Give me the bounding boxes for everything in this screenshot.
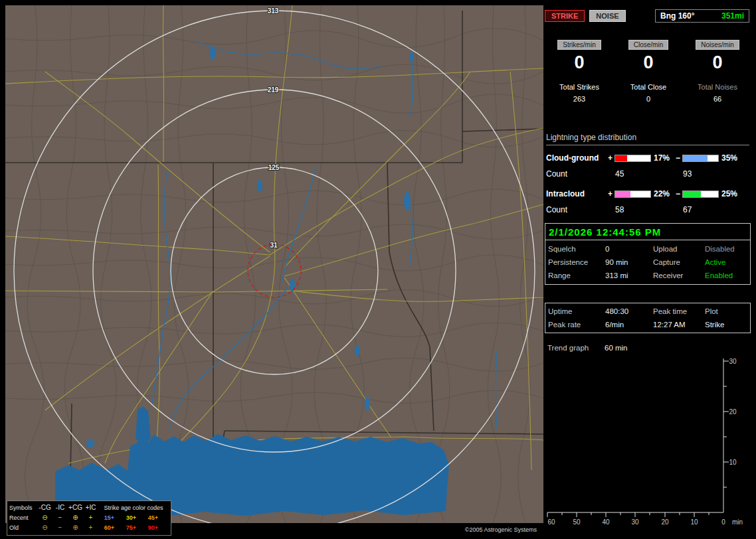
datetime-display: 2/1/2026 12:44:56 PM bbox=[545, 224, 750, 240]
uptime-label: Uptime bbox=[548, 307, 605, 315]
pos-cg-symbol: ⊕ bbox=[68, 514, 83, 521]
strikes-per-min-column: Strikes/min 0 Total Strikes 263 bbox=[545, 40, 614, 103]
squelch-label: Squelch bbox=[548, 245, 605, 253]
plot-value: Strike bbox=[705, 321, 747, 329]
rate-counters: Strikes/min 0 Total Strikes 263 Close/mi… bbox=[545, 40, 752, 103]
ic-positive-pct: 22% bbox=[651, 189, 674, 198]
total-strikes-value: 263 bbox=[573, 95, 585, 103]
age-code: 90+ bbox=[142, 524, 164, 531]
strike-toggle-button[interactable]: STRIKE bbox=[545, 10, 585, 22]
noises-per-min-value: 0 bbox=[712, 54, 722, 72]
ic-negative-fill bbox=[683, 191, 701, 197]
legend-row-recent: Recent ⊖ − ⊕ + 15+ 30+ 45+ bbox=[9, 512, 169, 522]
symbol-col-label: +IC bbox=[83, 504, 98, 511]
cg-negative-bar bbox=[682, 155, 719, 162]
symbol-col-label: -IC bbox=[52, 504, 68, 511]
cg-negative-fill bbox=[683, 155, 708, 161]
cg-positive-count: 45 bbox=[615, 169, 683, 179]
ic-positive-fill bbox=[615, 191, 630, 197]
peak-time-value: 12:27 AM bbox=[653, 321, 705, 329]
peak-rate-label: Peak rate bbox=[548, 321, 605, 329]
capture-label: Capture bbox=[653, 258, 705, 266]
neg-ic-symbol: − bbox=[52, 524, 68, 531]
neg-ic-symbol: − bbox=[52, 514, 68, 521]
chart-axes bbox=[547, 358, 723, 512]
ic-negative-pct: 25% bbox=[719, 189, 741, 198]
legend-row-label: Recent bbox=[9, 514, 37, 521]
noises-per-min-chip[interactable]: Noises/min bbox=[696, 40, 739, 50]
cg-negative-pct: 35% bbox=[719, 153, 741, 163]
settings-grid: Squelch 0 Upload Disabled Persistence 90… bbox=[545, 240, 750, 284]
ic-negative-bar bbox=[682, 191, 719, 198]
age-code: 75+ bbox=[120, 524, 142, 531]
neg-cg-symbol: ⊖ bbox=[37, 524, 52, 531]
x-tick-20: 20 bbox=[661, 518, 669, 526]
strikes-per-min-chip[interactable]: Strikes/min bbox=[557, 40, 601, 50]
close-per-min-column: Close/min 0 Total Close 0 bbox=[614, 40, 683, 103]
noises-per-min-column: Noises/min 0 Total Noises 66 bbox=[683, 40, 752, 103]
legend-row-label: Old bbox=[9, 524, 37, 531]
count-label: Count bbox=[546, 169, 615, 179]
total-noises-label: Total Noises bbox=[698, 83, 737, 91]
mode-toolbar: STRIKE NOISE Bng 160° 351mi bbox=[545, 9, 749, 23]
pos-ic-symbol: + bbox=[83, 514, 98, 521]
age-code: 30+ bbox=[120, 514, 142, 521]
persistence-value: 90 min bbox=[605, 258, 653, 266]
chart-tick-labels: 30 20 10 60 50 40 30 20 10 0 min bbox=[547, 358, 743, 526]
cloud-ground-label: Cloud-ground bbox=[546, 153, 606, 163]
close-per-min-chip[interactable]: Close/min bbox=[628, 40, 668, 50]
squelch-value: 0 bbox=[605, 245, 653, 253]
pos-ic-symbol: + bbox=[83, 524, 98, 531]
cloud-ground-row: Cloud-ground + 17% − 35% bbox=[546, 151, 749, 165]
trend-window-value: 60 min bbox=[605, 344, 748, 352]
upload-label: Upload bbox=[653, 245, 705, 253]
cg-negative-count: 93 bbox=[683, 169, 692, 179]
total-close-value: 0 bbox=[646, 95, 650, 103]
range-label: Range bbox=[548, 271, 605, 279]
cg-positive-bar bbox=[614, 155, 651, 162]
x-tick-30: 30 bbox=[631, 518, 639, 526]
trend-graph-chart: 30 20 10 60 50 40 30 20 10 0 min bbox=[546, 353, 745, 534]
uptime-status-box: Uptime 480:30 Peak time Plot Peak rate 6… bbox=[545, 303, 751, 333]
neg-cg-symbol: ⊖ bbox=[37, 514, 52, 521]
age-code: 15+ bbox=[98, 514, 120, 521]
noise-toggle-button[interactable]: NOISE bbox=[589, 10, 625, 22]
trend-graph-row: Trend graph 60 min bbox=[545, 344, 751, 352]
system-settings-box: 2/1/2026 12:44:56 PM Squelch 0 Upload Di… bbox=[545, 223, 751, 285]
x-tick-50: 50 bbox=[573, 518, 581, 526]
plus-sign: + bbox=[606, 153, 614, 163]
cloud-ground-count-row: Count 45 93 bbox=[546, 167, 749, 181]
age-codes-header: Strike age color codes bbox=[98, 504, 169, 511]
symbols-header: Symbols bbox=[9, 504, 37, 511]
strike-legend: Symbols -CG -IC +CG +IC Strike age color… bbox=[7, 501, 171, 536]
y-tick-20: 20 bbox=[729, 408, 737, 416]
cg-positive-pct: 17% bbox=[651, 153, 674, 163]
map-canvas[interactable]: 313 219 125 31 bbox=[5, 5, 543, 523]
pos-cg-symbol: ⊕ bbox=[68, 524, 83, 531]
cg-positive-fill bbox=[615, 155, 627, 161]
y-tick-10: 10 bbox=[729, 459, 737, 466]
capture-status: Active bbox=[705, 258, 747, 266]
lightning-distribution: Lightning type distribution Cloud-ground… bbox=[546, 133, 749, 217]
intracloud-label: Intracloud bbox=[546, 189, 606, 198]
plot-label: Plot bbox=[705, 307, 747, 315]
strikes-per-min-value: 0 bbox=[574, 54, 584, 72]
peak-rate-value: 6/min bbox=[605, 321, 653, 329]
trend-graph-label: Trend graph bbox=[547, 344, 605, 352]
chart-ticks bbox=[547, 361, 729, 517]
count-label: Count bbox=[546, 205, 615, 214]
x-tick-60: 60 bbox=[547, 518, 555, 526]
ring-label-31: 31 bbox=[270, 242, 278, 249]
intracloud-row: Intracloud + 22% − 25% bbox=[546, 187, 749, 201]
bearing-readout: Bng 160° 351mi bbox=[655, 9, 749, 23]
copyright-text: ©2005 Astrogenic Systems bbox=[450, 526, 537, 533]
total-strikes-label: Total Strikes bbox=[559, 83, 599, 91]
uptime-value: 480:30 bbox=[605, 307, 653, 315]
x-tick-40: 40 bbox=[602, 518, 610, 526]
legend-row-old: Old ⊖ − ⊕ + 60+ 75+ 90+ bbox=[9, 522, 169, 532]
total-noises-value: 66 bbox=[713, 95, 721, 103]
distribution-title: Lightning type distribution bbox=[546, 133, 749, 145]
bearing-distance: 351mi bbox=[721, 11, 744, 21]
receiver-label: Receiver bbox=[653, 271, 705, 279]
minus-sign: − bbox=[674, 189, 682, 198]
